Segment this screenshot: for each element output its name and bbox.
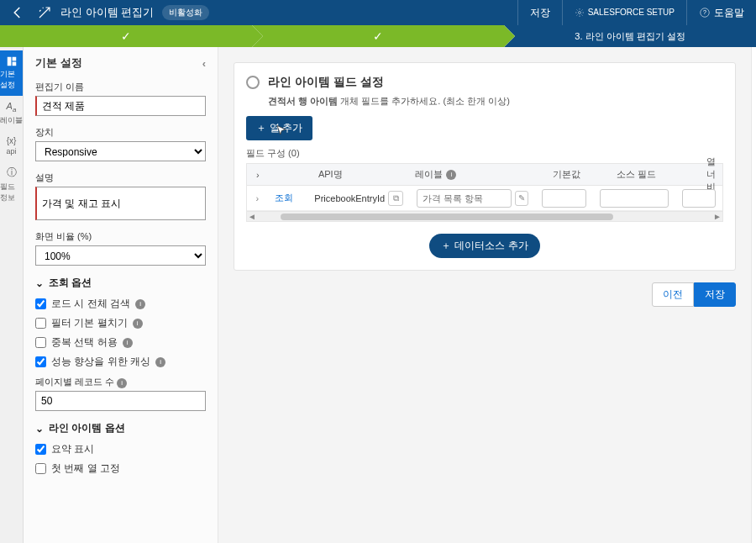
chk-label: 중복 선택 허용 <box>51 335 118 350</box>
cursor-icon <box>275 124 290 140</box>
plus-icon: ＋ <box>256 121 266 135</box>
progress-step-3[interactable]: 3. 라인 아이템 편집기 설정 <box>504 25 756 47</box>
device-label: 장치 <box>35 126 206 139</box>
topbar-help-button[interactable]: ? 도움말 <box>686 0 756 25</box>
info-icon[interactable]: i <box>446 170 456 180</box>
help-label: 도움말 <box>714 6 744 20</box>
chk-freeze-first[interactable] <box>35 463 46 474</box>
grid-scrollbar[interactable]: ◄ ► <box>247 211 722 221</box>
copy-api-icon[interactable]: ⧉ <box>388 191 403 206</box>
grid-count-label: 필드 구성 (0) <box>246 147 723 160</box>
rail-item-basic[interactable]: 기본 설정 <box>0 50 23 96</box>
chk-label: 필터 기본 펼치기 <box>51 316 128 330</box>
info-icon[interactable]: i <box>135 299 145 309</box>
rail-item-api[interactable]: {x} api <box>0 131 23 161</box>
save-button[interactable]: 저장 <box>694 282 736 307</box>
editor-name-label: 편집기 이름 <box>35 81 206 93</box>
info-icon[interactable]: i <box>133 319 143 329</box>
svg-rect-3 <box>7 57 11 66</box>
progress-step-1[interactable]: ✓ <box>0 25 252 47</box>
scroll-right-icon[interactable]: ► <box>712 212 722 221</box>
device-select[interactable]: Responsive <box>35 141 206 161</box>
left-rail: 기본 설정 Aa 레이블 {x} api ⓘ 필드 정보 <box>0 47 24 543</box>
chk-label: 로드 시 전체 검색 <box>51 297 130 311</box>
edit-label-icon[interactable]: ✎ <box>515 191 528 206</box>
row-label-input[interactable] <box>417 189 512 208</box>
scroll-left-icon[interactable]: ◄ <box>247 212 257 221</box>
row-lookup-link[interactable]: 조회 <box>275 192 293 204</box>
chk-filter-expand[interactable] <box>35 318 46 329</box>
expand-all-toggle[interactable]: › <box>247 170 269 180</box>
topbar-save-button[interactable]: 저장 <box>517 0 562 25</box>
chk-label: 첫 번째 열 고정 <box>51 461 120 476</box>
progress-steps: ✓ ✓ 3. 라인 아이템 편집기 설정 <box>0 25 756 47</box>
row-source-input[interactable] <box>600 189 669 208</box>
main-area: 라인 아이템 필드 설정 견적서 행 아이템 개체 필드를 추가하세요. (최소… <box>218 47 751 543</box>
ratio-label: 화면 비율 (%) <box>35 230 206 243</box>
sidebar-panel: 기본 설정 ‹ 편집기 이름 장치 Responsive 설명 화면 비율 (%… <box>24 47 218 543</box>
panel-icon <box>6 55 18 67</box>
add-datasource-label: 데이터소스 추가 <box>454 239 528 253</box>
progress-step-3-label: 3. 라인 아이템 편집기 설정 <box>575 30 685 43</box>
progress-step-2[interactable]: ✓ <box>252 25 504 47</box>
info-icon[interactable]: i <box>123 338 133 348</box>
records-input[interactable] <box>35 391 206 411</box>
chk-caching[interactable] <box>35 356 46 367</box>
info-icon[interactable]: i <box>117 378 127 388</box>
help-icon: ? <box>699 7 711 18</box>
col-source: 소스 필드 <box>610 168 700 181</box>
chk-summary[interactable] <box>35 444 46 455</box>
gear-icon <box>575 8 585 18</box>
query-section-toggle[interactable]: ⌄ 조회 옵션 <box>35 276 206 290</box>
col-default: 기본값 <box>546 168 609 181</box>
line-section-label: 라인 아이템 옵션 <box>49 421 125 435</box>
add-datasource-button[interactable]: ＋ 데이터소스 추가 <box>429 234 539 258</box>
col-label: 레이블 i <box>408 168 546 181</box>
col-api: API명 <box>312 168 409 181</box>
chk-multi-select[interactable] <box>35 337 46 348</box>
chevron-down-icon: ⌄ <box>35 277 44 289</box>
card-subtitle: 견적서 행 아이템 개체 필드를 추가하세요. (최소 한개 이상) <box>268 95 723 108</box>
col-width: 열 너비 <box>700 156 722 193</box>
chk-label: 요약 표시 <box>51 442 94 456</box>
grid-header: › API명 레이블 i 기본값 소스 필드 열 너비 <box>247 164 722 186</box>
chk-full-search[interactable] <box>35 298 46 309</box>
row-width-input[interactable] <box>682 189 716 208</box>
sidebar-title: 기본 설정 <box>35 55 82 71</box>
editor-name-input[interactable] <box>35 96 206 116</box>
rail-label: 레이블 <box>0 115 23 126</box>
topbar-setup-button[interactable]: SALESFORCE SETUP <box>562 0 686 25</box>
card-radio[interactable] <box>246 76 260 89</box>
line-section-toggle[interactable]: ⌄ 라인 아이템 옵션 <box>35 421 206 435</box>
ratio-select[interactable]: 100% <box>35 245 206 266</box>
right-panel-handle[interactable] <box>751 47 756 543</box>
grid-row: › 조회 PricebookEntryId ⧉ ✎ <box>247 186 722 211</box>
svg-text:?: ? <box>703 9 706 15</box>
rail-label: 필드 정보 <box>0 182 23 203</box>
desc-input[interactable] <box>35 187 206 220</box>
info-icon[interactable]: i <box>155 357 165 367</box>
label-icon: Aa <box>7 101 17 113</box>
rail-item-label[interactable]: Aa 레이블 <box>0 96 23 131</box>
scroll-thumb[interactable] <box>281 214 613 220</box>
info-icon: ⓘ <box>7 166 17 180</box>
svg-rect-5 <box>12 62 16 66</box>
wand-icon <box>37 5 52 20</box>
rail-label: api <box>6 147 16 156</box>
query-section-label: 조회 옵션 <box>49 276 92 290</box>
back-button[interactable] <box>7 2 29 24</box>
row-default-input[interactable] <box>542 189 586 208</box>
prev-button[interactable]: 이전 <box>652 282 694 307</box>
setup-label: SALESFORCE SETUP <box>588 8 675 17</box>
row-expand-toggle[interactable]: › <box>247 193 268 203</box>
svg-point-0 <box>578 12 580 14</box>
check-icon: ✓ <box>373 29 383 43</box>
rail-label: 기본 설정 <box>0 69 23 91</box>
top-bar: 라인 아이템 편집기 비활성화 저장 SALESFORCE SETUP ? 도움… <box>0 0 756 25</box>
collapse-icon[interactable]: ‹ <box>202 57 206 70</box>
desc-label: 설명 <box>35 171 206 184</box>
arrow-left-icon <box>10 5 25 20</box>
svg-rect-4 <box>12 57 16 61</box>
records-label: 페이지별 레코드 수 i <box>35 376 206 388</box>
rail-item-fieldinfo[interactable]: ⓘ 필드 정보 <box>0 161 23 208</box>
